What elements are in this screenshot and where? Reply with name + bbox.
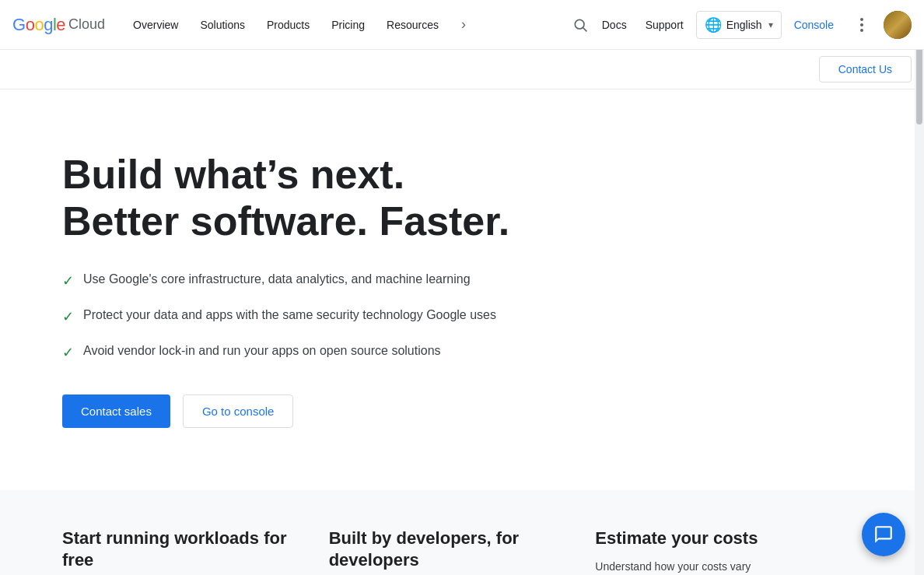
- more-options-button[interactable]: [846, 9, 877, 40]
- chat-fab-button[interactable]: [862, 513, 905, 556]
- nav-links: Overview Solutions Products Pricing Reso…: [124, 12, 565, 37]
- checkmark-icon-2: ✓: [62, 307, 74, 328]
- hero-bullets: ✓ Use Google's core infrastructure, data…: [62, 270, 521, 363]
- nav-pricing[interactable]: Pricing: [322, 12, 374, 37]
- chat-icon: [873, 524, 894, 545]
- nav-resources[interactable]: Resources: [377, 12, 448, 37]
- nav-right: Docs Support 🌐 English ▾ Console: [596, 9, 912, 40]
- google-wordmark: Google: [12, 15, 65, 35]
- search-icon: [572, 17, 588, 33]
- user-avatar[interactable]: [884, 11, 912, 39]
- free-workloads-card: Start running workloads for free New cus…: [62, 528, 329, 575]
- estimate-costs-text: Understand how your costs vary: [595, 559, 824, 575]
- devs-card-title: Built by developers, for developers: [329, 528, 558, 572]
- cloud-wordmark: Cloud: [68, 16, 105, 33]
- hero-buttons: Contact sales Go to console: [62, 394, 521, 428]
- language-selector[interactable]: 🌐 English ▾: [696, 11, 782, 39]
- top-nav: Google Cloud Overview Solutions Products…: [0, 0, 924, 50]
- dot-3: [860, 29, 863, 32]
- google-cloud-logo[interactable]: Google Cloud: [12, 15, 105, 35]
- hero-title: Build what’s next. Better software. Fast…: [62, 152, 521, 245]
- hero-bullet-2: ✓ Protect your data and apps with the sa…: [62, 306, 521, 328]
- checkmark-icon-1: ✓: [62, 271, 74, 292]
- avatar-image: [884, 11, 912, 39]
- console-link[interactable]: Console: [788, 12, 840, 37]
- hero-bullet-1: ✓ Use Google's core infrastructure, data…: [62, 270, 521, 292]
- search-button[interactable]: [565, 9, 596, 40]
- language-label: English: [726, 19, 762, 31]
- hero-section: Build what’s next. Better software. Fast…: [0, 89, 583, 490]
- chevron-right-icon: ›: [461, 16, 466, 33]
- svg-point-0: [575, 19, 584, 29]
- dot-2: [860, 23, 863, 26]
- docs-link[interactable]: Docs: [596, 12, 633, 37]
- estimate-costs-card: Estimate your costs Understand how your …: [595, 528, 862, 575]
- free-workloads-title: Start running workloads for free: [62, 528, 292, 572]
- nav-products[interactable]: Products: [257, 12, 319, 37]
- hero-bullet-1-text: Use Google's core infrastructure, data a…: [83, 270, 471, 289]
- hero-bullet-3: ✓ Avoid vendor lock-in and run your apps…: [62, 342, 521, 363]
- devs-card: Built by developers, for developers: [329, 528, 596, 575]
- nav-solutions[interactable]: Solutions: [191, 12, 254, 37]
- contact-sales-button[interactable]: Contact sales: [62, 394, 170, 428]
- estimate-costs-title: Estimate your costs: [595, 528, 824, 550]
- checkmark-icon-3: ✓: [62, 342, 74, 363]
- nav-overview[interactable]: Overview: [124, 12, 187, 37]
- support-link[interactable]: Support: [639, 12, 690, 37]
- contact-us-button[interactable]: Contact Us: [819, 56, 912, 82]
- svg-line-1: [583, 27, 587, 31]
- go-to-console-button[interactable]: Go to console: [183, 394, 294, 428]
- hero-bullet-2-text: Protect your data and apps with the same…: [83, 306, 496, 324]
- chevron-down-icon: ▾: [768, 19, 773, 30]
- globe-icon: 🌐: [705, 16, 722, 33]
- nav-more-button[interactable]: ›: [451, 12, 476, 37]
- hero-bullet-3-text: Avoid vendor lock-in and run your apps o…: [83, 342, 441, 360]
- scrollbar[interactable]: [915, 0, 924, 575]
- bottom-section: Start running workloads for free New cus…: [0, 490, 924, 575]
- dot-1: [860, 18, 863, 21]
- secondary-bar: Contact Us: [0, 50, 924, 89]
